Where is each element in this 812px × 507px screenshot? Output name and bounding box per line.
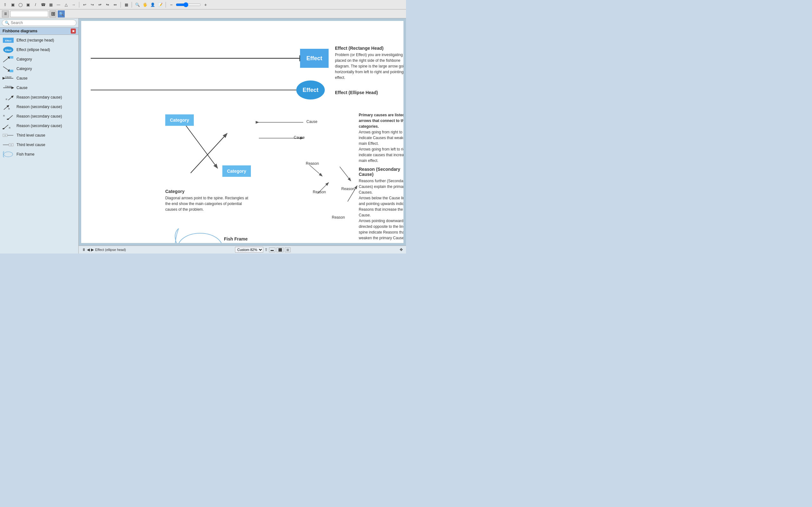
- sidebar-item-cause-right[interactable]: Cause Cause: [0, 83, 78, 93]
- pan-icon[interactable]: 🖐: [142, 2, 148, 8]
- effect-ellipse-icon: Effect: [3, 46, 14, 54]
- tab-input[interactable]: [10, 11, 48, 17]
- sidebar-item-reason1[interactable]: R Reason (secondary cause): [0, 93, 78, 102]
- diagram-page: Effect Effect (Rectange Head) Problem (o…: [81, 21, 403, 243]
- connect-tool[interactable]: →: [70, 2, 77, 8]
- sidebar-item-cause-left[interactable]: Cause Cause: [0, 73, 78, 83]
- sidebar-item-third1[interactable]: T Third level cause: [0, 130, 78, 140]
- sidebar-item-reason2[interactable]: R Reason (secondary cause): [0, 102, 78, 112]
- zoom-in-icon[interactable]: 🔍: [134, 2, 141, 8]
- section-title: Fishbone diagrams: [3, 29, 38, 33]
- effect-ellipse-label: Effect: [303, 87, 318, 94]
- line-tool[interactable]: /: [32, 2, 39, 8]
- close-section-btn[interactable]: ✖: [71, 29, 76, 34]
- table-tool[interactable]: ▦: [123, 2, 130, 8]
- cause-text2: Cause: [294, 135, 305, 140]
- category-diag2-icon: [3, 65, 14, 72]
- effect-rect-shape[interactable]: Effect: [300, 49, 328, 68]
- sidebar-item-label: Third level cause: [16, 143, 45, 147]
- pause-btn[interactable]: ⏸: [82, 247, 86, 252]
- sidebar-item-reason4[interactable]: R Reason (secondary cause): [0, 121, 78, 130]
- sidebar-item-effect-ellipse[interactable]: Effect Effect (ellipse head): [0, 45, 78, 55]
- sidebar-item-category2[interactable]: Category: [0, 64, 78, 73]
- zoom-in-btn[interactable]: +: [202, 2, 209, 8]
- user-icon[interactable]: 👤: [149, 2, 156, 8]
- sidebar-item-category1[interactable]: Category: [0, 55, 78, 64]
- search-icon: 🔍: [5, 20, 9, 25]
- svg-line-30: [181, 119, 217, 168]
- reason-label2-wrap: Reason: [313, 189, 326, 195]
- cause-left-icon: Cause: [3, 74, 14, 82]
- check-tool[interactable]: ▣: [25, 2, 31, 8]
- cursor-tool[interactable]: ⇧: [2, 2, 8, 8]
- svg-text:R: R: [6, 98, 7, 101]
- next-btn[interactable]: ▶: [91, 247, 94, 252]
- sidebar-item-effect-rect[interactable]: Effect Effect (rectange head): [0, 36, 78, 45]
- effect-rect-label: Effect: [306, 55, 322, 62]
- view-mode-3[interactable]: ⊞: [285, 247, 291, 252]
- ellipse-tool[interactable]: ◯: [17, 2, 23, 8]
- svg-text:R: R: [9, 127, 10, 129]
- category-rect1[interactable]: Category: [165, 114, 194, 126]
- sidebar-item-label: Cause: [16, 86, 28, 90]
- svg-line-4: [3, 57, 9, 62]
- sidebar-item-label: Cause: [16, 76, 28, 80]
- sidebar-item-third2[interactable]: T Third level cause: [0, 140, 78, 150]
- sep2: [120, 2, 121, 8]
- route3-tool[interactable]: ↫: [97, 2, 103, 8]
- menu-btn[interactable]: ☰: [2, 10, 9, 17]
- rect-tool[interactable]: ▣: [9, 2, 16, 8]
- expand-icon[interactable]: ✥: [400, 247, 403, 252]
- bottom-right: ✥: [400, 247, 403, 252]
- reason-label3-wrap: Reason: [341, 186, 354, 192]
- sidebar-item-fish-frame[interactable]: Fish frame: [0, 150, 78, 159]
- effect-ellipse-shape[interactable]: Effect: [296, 80, 325, 100]
- canvas-area: Effect Effect (Rectange Head) Problem (o…: [79, 18, 406, 253]
- svg-point-39: [178, 233, 222, 243]
- reason1-icon: R: [3, 94, 14, 101]
- view-mode-2[interactable]: ⬛: [276, 247, 284, 252]
- prev-btn[interactable]: ◀: [87, 247, 90, 252]
- lasso-tool[interactable]: ⸻: [55, 2, 61, 8]
- bottom-center: Custom 82% 50% 75% 100% 150% ⇧ ▬ ⬛ ⊞: [235, 247, 291, 252]
- category-rect2[interactable]: Category: [222, 165, 251, 177]
- toolbar-row2: ☰ ⊞ 🔍: [0, 9, 406, 18]
- eyedrop-icon[interactable]: 📝: [157, 2, 163, 8]
- zoom-up-icon[interactable]: ⇧: [264, 247, 268, 252]
- search-btn[interactable]: 🔍: [58, 10, 65, 17]
- svg-text:Cause: Cause: [5, 76, 11, 78]
- canvas-content[interactable]: Effect Effect (Rectange Head) Problem (o…: [81, 21, 403, 243]
- search-input-wrap[interactable]: 🔍: [2, 20, 77, 26]
- route4-tool[interactable]: ↬: [104, 2, 111, 8]
- search-input[interactable]: [11, 20, 73, 25]
- section-header: Fishbone diagrams ✖: [0, 27, 78, 35]
- svg-line-14: [4, 106, 8, 110]
- reason-text2: Reason: [313, 190, 326, 194]
- zoom-slider[interactable]: [176, 2, 201, 7]
- category-desc-block: Category Diagonal arrows point to the sp…: [165, 189, 254, 212]
- sep4: [165, 2, 166, 8]
- category-title: Category: [165, 189, 254, 194]
- sidebar-item-label: Category: [16, 57, 32, 61]
- cat-label1: Category: [170, 118, 189, 123]
- route-tool[interactable]: ↩: [82, 2, 88, 8]
- route2-tool[interactable]: ↪: [89, 2, 96, 8]
- zoom-select[interactable]: Custom 82% 50% 75% 100% 150%: [235, 247, 263, 252]
- svg-line-12: [8, 96, 13, 100]
- poly-tool[interactable]: △: [63, 2, 69, 8]
- reason-text3: Reason: [341, 187, 354, 191]
- reason-desc-text: Reasons further (Secondary Causes) expla…: [359, 179, 403, 240]
- reason3-icon: R: [3, 112, 14, 120]
- route5-tool[interactable]: ↭: [112, 2, 118, 8]
- svg-text:Effect: Effect: [5, 40, 11, 42]
- view-mode-1[interactable]: ▬: [269, 247, 275, 252]
- fish-frame-desc-block: Fish Frame Frame with the shape of a fis…: [224, 236, 294, 243]
- reason2-icon: R: [3, 103, 14, 111]
- zoom-out-btn[interactable]: −: [168, 2, 174, 8]
- phone-tool[interactable]: ☎: [40, 2, 46, 8]
- grid-btn[interactable]: ⊞: [49, 10, 56, 17]
- sidebar-item-reason3[interactable]: R Reason (secondary cause): [0, 112, 78, 121]
- svg-line-35: [340, 167, 351, 181]
- multi-tool[interactable]: ▦: [48, 2, 54, 8]
- main-layout: 🔍 Fishbone diagrams ✖ Effect Effect (rec…: [0, 18, 406, 253]
